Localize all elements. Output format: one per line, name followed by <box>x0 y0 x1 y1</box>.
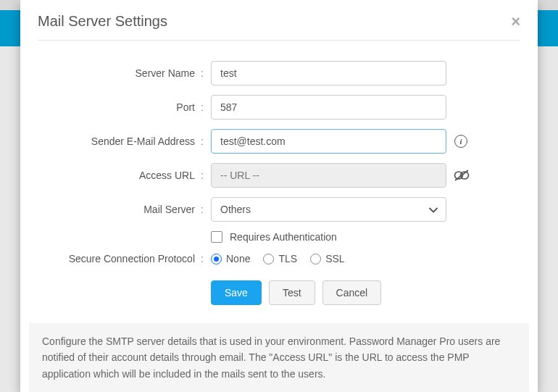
port-input[interactable] <box>211 95 446 120</box>
protocol-radio-none[interactable]: None <box>211 253 250 264</box>
requires-auth-label: Requires Authentication <box>230 231 337 243</box>
sender-email-label: Sender E-Mail Address <box>38 135 201 147</box>
access-url-label: Access URL <box>38 170 201 181</box>
unlink-icon[interactable] <box>454 169 470 182</box>
mail-server-settings-modal: Mail Server Settings × Server Name : Por… <box>20 0 538 392</box>
port-label: Port <box>38 101 201 113</box>
close-button[interactable]: × <box>511 14 520 30</box>
colon: : <box>201 67 211 79</box>
help-text: Configure the SMTP server details that i… <box>29 323 529 392</box>
colon: : <box>201 253 211 264</box>
protocol-tls-label: TLS <box>278 253 297 264</box>
server-name-label: Server Name <box>38 67 201 79</box>
colon: : <box>201 204 211 215</box>
protocol-radio-tls[interactable]: TLS <box>263 253 297 264</box>
requires-auth-checkbox[interactable] <box>211 231 222 243</box>
sender-email-input[interactable] <box>211 129 446 154</box>
test-button[interactable]: Test <box>269 280 315 305</box>
colon: : <box>201 101 211 113</box>
save-button[interactable]: Save <box>211 280 262 305</box>
header-divider <box>38 40 520 41</box>
server-name-input[interactable] <box>211 61 446 86</box>
protocol-radio-ssl[interactable]: SSL <box>310 253 344 264</box>
protocol-label: Secure Connection Protocol <box>38 253 201 264</box>
colon: : <box>201 135 211 147</box>
cancel-button[interactable]: Cancel <box>322 280 382 305</box>
protocol-ssl-label: SSL <box>325 253 344 264</box>
colon: : <box>201 170 211 181</box>
protocol-none-label: None <box>226 253 250 264</box>
mail-server-select[interactable]: Others <box>211 197 446 222</box>
info-icon[interactable]: i <box>454 134 468 149</box>
access-url-input <box>211 163 446 188</box>
modal-title: Mail Server Settings <box>38 13 167 30</box>
mail-server-label: Mail Server <box>38 204 201 215</box>
close-icon: × <box>511 12 520 30</box>
